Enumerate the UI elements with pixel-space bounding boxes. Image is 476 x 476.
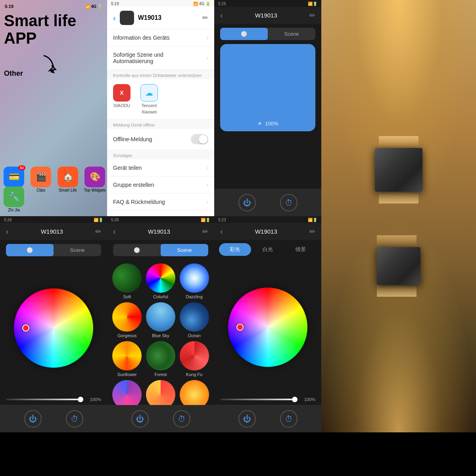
scene-item-sunflower[interactable]: Sunflower <box>112 341 142 377</box>
settings-edit-button[interactable]: ✏ <box>202 13 208 22</box>
scene-item-ocean[interactable]: Ocean <box>179 302 209 338</box>
settings-item-group[interactable]: Gruppe erstellen › <box>107 177 214 194</box>
brightness-slider[interactable] <box>6 399 83 400</box>
scene-back-button[interactable]: ‹ <box>113 227 116 236</box>
settings-item-offline[interactable]: Offline-Meldung <box>107 129 214 150</box>
scene-circle-gorgeous[interactable] <box>112 302 142 332</box>
scene-circle-extra1[interactable] <box>112 380 142 405</box>
main-back-button[interactable]: ‹ <box>220 11 223 20</box>
power-button-cn[interactable]: ⏻ <box>238 410 256 428</box>
scene-item-bluesky[interactable]: Blue Sky <box>146 302 176 338</box>
cn-edit-button[interactable]: ✏ <box>309 227 315 236</box>
power-button-main[interactable]: ⏻ <box>238 194 256 211</box>
cn-tab-color[interactable]: 彩光 <box>219 243 251 256</box>
scene-item-extra2[interactable] <box>146 380 176 405</box>
color-status-bar: 5:26 📶🔋 <box>0 216 107 223</box>
offline-toggle[interactable] <box>191 134 208 144</box>
group-label: Gruppe erstellen <box>113 182 204 188</box>
cn-back-button[interactable]: ‹ <box>220 227 223 236</box>
scene-edit-button[interactable]: ✏ <box>202 227 208 236</box>
clips-icon: 🎬 <box>36 172 46 182</box>
timer-button-color[interactable]: ⏱ <box>66 410 83 428</box>
cn-signal: 📶🔋 <box>308 218 317 222</box>
settings-section-misc: Sonstiges <box>107 150 214 159</box>
scene-item-forest[interactable]: Forest <box>146 341 176 377</box>
settings-back-button[interactable]: ‹ <box>113 13 116 23</box>
third-party-xiaodu[interactable]: X XIAODU <box>113 84 131 114</box>
settings-item-info[interactable]: Information des Geräts › <box>107 29 214 46</box>
scene-tab-row: ⚪ Scene <box>113 244 208 256</box>
power-button-scene[interactable]: ⏻ <box>131 410 149 428</box>
scene-label-soft: Soft <box>123 294 131 299</box>
cn-tab-scene[interactable]: 情景 <box>284 243 317 256</box>
timer-button-main[interactable]: ⏱ <box>280 194 298 211</box>
tab-color-dot: ⚪ <box>241 31 247 37</box>
toggle-knob <box>199 135 207 144</box>
scene-circle-colorful[interactable] <box>146 263 175 293</box>
scene-item-gorgeous[interactable]: Gorgeous <box>112 302 142 338</box>
main-edit-button[interactable]: ✏ <box>309 11 315 20</box>
signal-icon: 📶 <box>85 4 90 9</box>
settings-section-notification: Meldung Gerät offline <box>107 119 214 129</box>
settings-item-scene[interactable]: Sofortige Szene und Automatisierung › <box>107 46 214 70</box>
cn-tab-white[interactable]: 白光 <box>252 243 284 256</box>
settings-item-homescreen[interactable]: Zum Startbildschirm hinzufügen › <box>107 211 214 216</box>
scene-circle-kungfu[interactable] <box>180 341 209 370</box>
scene-panel: 5:26 📶🔋 ‹ W19013 ✏ ⚪ Scene Soft Colorful… <box>107 216 214 432</box>
power-button-color[interactable]: ⏻ <box>24 410 42 428</box>
color-back-button[interactable]: ‹ <box>6 227 9 236</box>
color-selector <box>22 324 29 332</box>
scene-item-extra1[interactable] <box>112 380 142 405</box>
settings-scene-label: Sofortige Szene und Automatisierung <box>113 52 204 64</box>
fixture-body-top <box>375 148 422 192</box>
home-screen: 5:19 📶 4G 🔋 Smart life APP Other 💳 82 Al… <box>0 0 107 216</box>
scene-item-colorful[interactable]: Colorful <box>146 263 176 299</box>
settings-signal: 📶 4G 🔋 <box>193 2 210 6</box>
main-tab-color[interactable]: ⚪ <box>220 28 268 40</box>
brightness-slider-row: 100% <box>0 395 107 405</box>
scene-circle-extra2[interactable] <box>146 380 175 405</box>
main-signal: 📶🔋 <box>308 2 317 6</box>
settings-item-share[interactable]: Gerät teilen › <box>107 159 214 177</box>
scene-tab-scene[interactable]: Scene <box>161 244 208 256</box>
third-party-tencent[interactable]: ☁ Tencent Xiaowei <box>140 84 158 114</box>
zhijia-label: Zhi Jia <box>8 208 19 212</box>
timer-button-scene[interactable]: ⏱ <box>173 410 190 428</box>
network-icon: 4G <box>91 4 96 9</box>
scene-item-soft[interactable]: Soft <box>112 263 142 299</box>
scene-circle-sunflower[interactable] <box>112 341 142 370</box>
main-tab-scene[interactable]: Scene <box>268 28 315 40</box>
scene-circle-extra3[interactable] <box>180 380 209 405</box>
scene-item-extra3[interactable] <box>179 380 209 405</box>
scene-circle-dazzling[interactable] <box>180 263 209 293</box>
settings-item-faq[interactable]: FAQ & Rückmeldung › <box>107 194 214 211</box>
group-arrow: › <box>206 182 208 188</box>
cn-color-wheel-container[interactable] <box>214 259 321 395</box>
scene-item-dazzling[interactable]: Dazzling <box>179 263 209 299</box>
alipay-badge: 82 <box>18 165 25 170</box>
scene-tab-color[interactable]: ⚪ <box>113 244 161 256</box>
scene-item-kungfu[interactable]: Kung Fu <box>179 341 209 377</box>
fixture-container <box>375 136 422 297</box>
power-icon-color: ⏻ <box>29 415 37 424</box>
timer-button-cn[interactable]: ⏱ <box>280 410 298 428</box>
cn-brightness-slider[interactable] <box>220 399 298 400</box>
cn-brightness-value: 100% <box>301 397 315 402</box>
settings-device-id: W19013 <box>138 14 198 21</box>
cn-color-wheel[interactable] <box>228 288 307 367</box>
tencent-label2: Xiaowei <box>142 109 157 114</box>
scene-label-forest: Forest <box>154 372 167 377</box>
second-fixture <box>377 235 420 297</box>
color-tab-row: ⚪ Scene <box>6 244 101 256</box>
scene-circle-bluesky[interactable] <box>146 302 175 332</box>
app-zhijia[interactable]: 🔧 Zhi Jia <box>2 186 26 212</box>
scene-circle-ocean[interactable] <box>180 302 209 332</box>
color-tab-color[interactable]: ⚪ <box>6 244 54 256</box>
scene-circle-soft[interactable] <box>112 263 142 293</box>
color-tab-scene[interactable]: Scene <box>54 244 101 256</box>
arrow-container <box>40 52 63 77</box>
color-edit-button[interactable]: ✏ <box>95 227 101 236</box>
color-wheel[interactable] <box>14 288 93 368</box>
scene-circle-forest[interactable] <box>146 341 175 370</box>
color-wheel-container[interactable] <box>0 260 107 395</box>
